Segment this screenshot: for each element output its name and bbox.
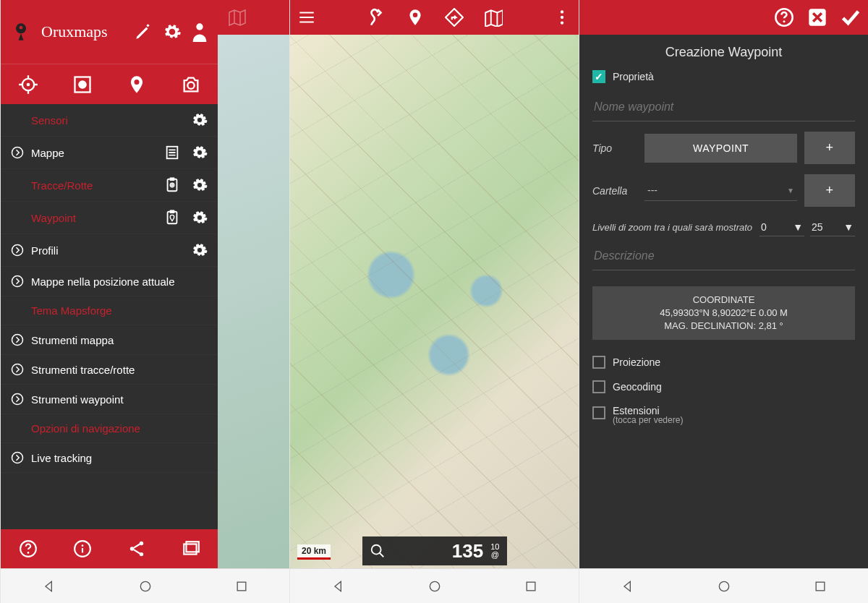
recent-icon[interactable] bbox=[234, 579, 249, 594]
share-icon[interactable] bbox=[127, 539, 146, 558]
chevron-right-icon bbox=[11, 275, 24, 288]
svg-point-34 bbox=[561, 21, 563, 24]
menu-icon[interactable] bbox=[297, 8, 316, 27]
type-add-button[interactable]: + bbox=[804, 132, 855, 164]
recent-icon[interactable] bbox=[813, 579, 827, 594]
svg-point-1 bbox=[20, 26, 23, 30]
coordinate-panel[interactable]: COORDINATE 45,99303°N 8,90202°E 0.00 M M… bbox=[592, 286, 855, 340]
chevron-right-icon bbox=[11, 393, 24, 406]
gear-icon[interactable] bbox=[192, 145, 208, 161]
gear-icon[interactable] bbox=[192, 242, 208, 258]
svg-point-35 bbox=[371, 545, 380, 555]
menu-sensori[interactable]: Sensori bbox=[1, 104, 218, 137]
topbar bbox=[290, 0, 579, 35]
map-icon[interactable] bbox=[228, 8, 247, 27]
svg-point-41 bbox=[719, 581, 728, 591]
drawer-footer bbox=[1, 529, 218, 568]
svg-rect-37 bbox=[527, 582, 535, 591]
proiezione-checkbox[interactable]: Proiezione bbox=[592, 350, 855, 375]
more-icon[interactable] bbox=[553, 8, 571, 27]
home-icon[interactable] bbox=[138, 579, 153, 594]
gear-icon[interactable] bbox=[163, 22, 182, 41]
gear-icon[interactable] bbox=[192, 210, 208, 226]
back-icon[interactable] bbox=[621, 579, 635, 594]
user-icon[interactable] bbox=[192, 22, 208, 42]
nav-drawer: Oruxmaps Sensori Mapp bbox=[1, 0, 218, 568]
chevron-right-icon bbox=[11, 333, 24, 346]
route-icon[interactable] bbox=[367, 8, 386, 27]
list-icon[interactable] bbox=[164, 145, 180, 161]
svg-point-4 bbox=[26, 82, 30, 86]
zoom-value: 135 bbox=[393, 540, 484, 563]
edit-icon[interactable] bbox=[134, 22, 153, 41]
menu-profili[interactable]: Profili bbox=[1, 234, 218, 267]
svg-point-32 bbox=[561, 10, 563, 13]
menu-strum-waypoint[interactable]: Strumenti waypoint bbox=[1, 385, 218, 414]
svg-point-22 bbox=[27, 552, 29, 554]
scale-bar: 20 km bbox=[297, 544, 331, 560]
record-icon[interactable] bbox=[72, 74, 93, 95]
directions-icon[interactable] bbox=[445, 8, 464, 27]
topbar bbox=[579, 0, 868, 35]
gear-icon[interactable] bbox=[192, 177, 208, 193]
gallery-icon[interactable] bbox=[182, 539, 200, 558]
search-icon[interactable] bbox=[370, 543, 386, 559]
android-navbar bbox=[579, 568, 868, 603]
close-icon[interactable] bbox=[807, 7, 827, 27]
map-icon[interactable] bbox=[484, 8, 503, 27]
menu-tracce[interactable]: Tracce/Rotte bbox=[1, 169, 218, 202]
camera-icon[interactable] bbox=[181, 74, 201, 95]
menu-strum-mappa[interactable]: Strumenti mappa bbox=[1, 325, 218, 355]
svg-point-2 bbox=[196, 23, 203, 30]
pin-icon[interactable] bbox=[127, 74, 147, 95]
chevron-right-icon bbox=[11, 146, 24, 159]
estensioni-checkbox[interactable]: Estensioni (tocca per vedere) bbox=[592, 399, 855, 431]
type-button[interactable]: WAYPOINT bbox=[644, 134, 797, 163]
menu-mappe[interactable]: Mappe bbox=[1, 137, 218, 169]
properties-checkbox[interactable]: Proprietà bbox=[592, 66, 855, 87]
back-icon[interactable] bbox=[331, 579, 346, 594]
menu-mappe-pos[interactable]: Mappe nella posizione attuale bbox=[1, 267, 218, 296]
folder-add-button[interactable]: + bbox=[804, 174, 855, 207]
svg-rect-14 bbox=[170, 210, 174, 213]
screen-waypoint-form: Creazione Waypoint Proprietà Tipo WAYPOI… bbox=[579, 0, 868, 603]
folder-label: Cartella bbox=[592, 185, 637, 197]
confirm-icon[interactable] bbox=[841, 7, 861, 27]
svg-point-6 bbox=[78, 80, 87, 89]
svg-point-39 bbox=[783, 20, 785, 22]
topbar bbox=[218, 0, 289, 35]
clipboard-icon[interactable] bbox=[164, 177, 180, 193]
zoom-panel[interactable]: 135 10 @ bbox=[362, 536, 507, 565]
menu-tema[interactable]: Tema Mapsforge bbox=[1, 296, 218, 325]
clipboard-pin-icon[interactable] bbox=[164, 210, 180, 226]
menu-waypoint[interactable]: Waypoint bbox=[1, 202, 218, 234]
help-icon[interactable] bbox=[774, 7, 794, 27]
drawer-menu: Sensori Mappe Tracce/Rotte Waypoint bbox=[1, 104, 218, 529]
home-icon[interactable] bbox=[717, 579, 731, 594]
svg-point-20 bbox=[12, 453, 23, 463]
svg-point-24 bbox=[81, 544, 83, 547]
help-icon[interactable] bbox=[19, 539, 38, 558]
home-icon[interactable] bbox=[427, 579, 442, 594]
geocoding-checkbox[interactable]: Geocoding bbox=[592, 375, 855, 399]
drawer-toolbar bbox=[1, 64, 218, 104]
info-icon[interactable] bbox=[73, 539, 92, 558]
svg-point-8 bbox=[12, 147, 23, 158]
target-icon[interactable] bbox=[18, 74, 38, 95]
zoom-max-select[interactable]: 25▼ bbox=[810, 218, 855, 236]
menu-strum-tracce[interactable]: Strumenti tracce/rotte bbox=[1, 355, 218, 385]
description-input[interactable] bbox=[592, 242, 855, 270]
back-icon[interactable] bbox=[42, 579, 56, 594]
map-canvas[interactable]: 20 km 135 10 @ bbox=[290, 35, 579, 568]
menu-live-tracking[interactable]: Live tracking bbox=[1, 443, 218, 473]
folder-select[interactable]: ---▼ bbox=[644, 180, 797, 201]
recent-icon[interactable] bbox=[524, 579, 538, 594]
svg-point-17 bbox=[12, 335, 23, 346]
svg-point-7 bbox=[187, 82, 194, 88]
pin-icon[interactable] bbox=[406, 8, 425, 27]
gear-icon[interactable] bbox=[192, 112, 208, 128]
waypoint-name-input[interactable] bbox=[592, 93, 855, 121]
menu-opzioni-nav[interactable]: Opzioni di navigazione bbox=[1, 414, 218, 443]
zoom-min-select[interactable]: 0▼ bbox=[760, 218, 804, 236]
screen-map: 20 km 135 10 @ bbox=[289, 0, 579, 603]
